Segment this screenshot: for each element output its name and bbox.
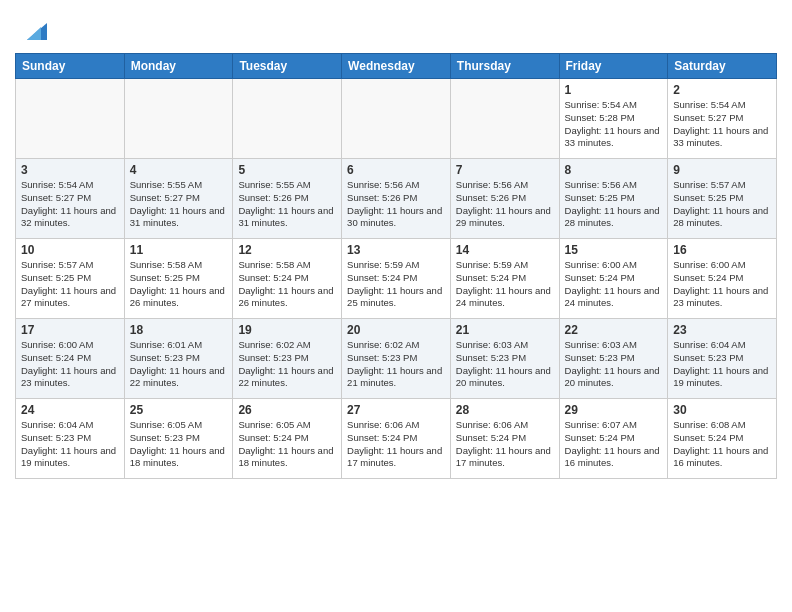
day-info: Sunrise: 6:01 AM Sunset: 5:23 PM Dayligh…	[130, 339, 228, 390]
day-number: 1	[565, 83, 663, 97]
day-number: 23	[673, 323, 771, 337]
header	[15, 10, 777, 45]
day-info: Sunrise: 6:04 AM Sunset: 5:23 PM Dayligh…	[673, 339, 771, 390]
day-info: Sunrise: 5:55 AM Sunset: 5:26 PM Dayligh…	[238, 179, 336, 230]
day-number: 4	[130, 163, 228, 177]
day-info: Sunrise: 5:59 AM Sunset: 5:24 PM Dayligh…	[347, 259, 445, 310]
calendar-cell	[16, 79, 125, 159]
day-number: 7	[456, 163, 554, 177]
day-info: Sunrise: 6:05 AM Sunset: 5:24 PM Dayligh…	[238, 419, 336, 470]
day-number: 11	[130, 243, 228, 257]
logo	[15, 15, 49, 45]
calendar-cell: 29Sunrise: 6:07 AM Sunset: 5:24 PM Dayli…	[559, 399, 668, 479]
day-number: 29	[565, 403, 663, 417]
day-number: 30	[673, 403, 771, 417]
calendar-cell: 3Sunrise: 5:54 AM Sunset: 5:27 PM Daylig…	[16, 159, 125, 239]
weekday-header-row: SundayMondayTuesdayWednesdayThursdayFrid…	[16, 54, 777, 79]
day-info: Sunrise: 6:02 AM Sunset: 5:23 PM Dayligh…	[347, 339, 445, 390]
calendar-cell: 8Sunrise: 5:56 AM Sunset: 5:25 PM Daylig…	[559, 159, 668, 239]
day-number: 6	[347, 163, 445, 177]
calendar-cell: 4Sunrise: 5:55 AM Sunset: 5:27 PM Daylig…	[124, 159, 233, 239]
weekday-header-friday: Friday	[559, 54, 668, 79]
week-row-3: 10Sunrise: 5:57 AM Sunset: 5:25 PM Dayli…	[16, 239, 777, 319]
page: SundayMondayTuesdayWednesdayThursdayFrid…	[0, 0, 792, 494]
day-number: 21	[456, 323, 554, 337]
day-info: Sunrise: 6:00 AM Sunset: 5:24 PM Dayligh…	[21, 339, 119, 390]
day-number: 9	[673, 163, 771, 177]
day-number: 28	[456, 403, 554, 417]
day-number: 10	[21, 243, 119, 257]
day-info: Sunrise: 5:55 AM Sunset: 5:27 PM Dayligh…	[130, 179, 228, 230]
day-number: 8	[565, 163, 663, 177]
calendar-cell: 9Sunrise: 5:57 AM Sunset: 5:25 PM Daylig…	[668, 159, 777, 239]
calendar-cell: 11Sunrise: 5:58 AM Sunset: 5:25 PM Dayli…	[124, 239, 233, 319]
calendar-cell: 26Sunrise: 6:05 AM Sunset: 5:24 PM Dayli…	[233, 399, 342, 479]
day-number: 24	[21, 403, 119, 417]
day-info: Sunrise: 5:59 AM Sunset: 5:24 PM Dayligh…	[456, 259, 554, 310]
week-row-2: 3Sunrise: 5:54 AM Sunset: 5:27 PM Daylig…	[16, 159, 777, 239]
calendar-cell: 14Sunrise: 5:59 AM Sunset: 5:24 PM Dayli…	[450, 239, 559, 319]
day-info: Sunrise: 5:56 AM Sunset: 5:26 PM Dayligh…	[347, 179, 445, 230]
calendar-cell	[124, 79, 233, 159]
day-info: Sunrise: 5:58 AM Sunset: 5:24 PM Dayligh…	[238, 259, 336, 310]
calendar-cell: 1Sunrise: 5:54 AM Sunset: 5:28 PM Daylig…	[559, 79, 668, 159]
calendar-cell: 10Sunrise: 5:57 AM Sunset: 5:25 PM Dayli…	[16, 239, 125, 319]
day-info: Sunrise: 6:03 AM Sunset: 5:23 PM Dayligh…	[456, 339, 554, 390]
calendar-cell: 30Sunrise: 6:08 AM Sunset: 5:24 PM Dayli…	[668, 399, 777, 479]
calendar-cell: 15Sunrise: 6:00 AM Sunset: 5:24 PM Dayli…	[559, 239, 668, 319]
day-number: 25	[130, 403, 228, 417]
calendar-cell: 16Sunrise: 6:00 AM Sunset: 5:24 PM Dayli…	[668, 239, 777, 319]
calendar-cell: 22Sunrise: 6:03 AM Sunset: 5:23 PM Dayli…	[559, 319, 668, 399]
calendar-cell: 20Sunrise: 6:02 AM Sunset: 5:23 PM Dayli…	[342, 319, 451, 399]
calendar-cell: 6Sunrise: 5:56 AM Sunset: 5:26 PM Daylig…	[342, 159, 451, 239]
day-info: Sunrise: 6:07 AM Sunset: 5:24 PM Dayligh…	[565, 419, 663, 470]
day-info: Sunrise: 6:00 AM Sunset: 5:24 PM Dayligh…	[673, 259, 771, 310]
day-number: 27	[347, 403, 445, 417]
day-number: 2	[673, 83, 771, 97]
day-info: Sunrise: 5:57 AM Sunset: 5:25 PM Dayligh…	[673, 179, 771, 230]
calendar-cell: 24Sunrise: 6:04 AM Sunset: 5:23 PM Dayli…	[16, 399, 125, 479]
day-number: 19	[238, 323, 336, 337]
week-row-5: 24Sunrise: 6:04 AM Sunset: 5:23 PM Dayli…	[16, 399, 777, 479]
day-info: Sunrise: 6:04 AM Sunset: 5:23 PM Dayligh…	[21, 419, 119, 470]
weekday-header-saturday: Saturday	[668, 54, 777, 79]
week-row-1: 1Sunrise: 5:54 AM Sunset: 5:28 PM Daylig…	[16, 79, 777, 159]
calendar-cell: 12Sunrise: 5:58 AM Sunset: 5:24 PM Dayli…	[233, 239, 342, 319]
week-row-4: 17Sunrise: 6:00 AM Sunset: 5:24 PM Dayli…	[16, 319, 777, 399]
day-number: 16	[673, 243, 771, 257]
calendar-cell: 19Sunrise: 6:02 AM Sunset: 5:23 PM Dayli…	[233, 319, 342, 399]
calendar-cell: 25Sunrise: 6:05 AM Sunset: 5:23 PM Dayli…	[124, 399, 233, 479]
calendar-cell	[233, 79, 342, 159]
day-number: 20	[347, 323, 445, 337]
day-info: Sunrise: 6:02 AM Sunset: 5:23 PM Dayligh…	[238, 339, 336, 390]
weekday-header-sunday: Sunday	[16, 54, 125, 79]
day-info: Sunrise: 6:06 AM Sunset: 5:24 PM Dayligh…	[347, 419, 445, 470]
day-info: Sunrise: 6:05 AM Sunset: 5:23 PM Dayligh…	[130, 419, 228, 470]
day-info: Sunrise: 5:56 AM Sunset: 5:25 PM Dayligh…	[565, 179, 663, 230]
day-number: 3	[21, 163, 119, 177]
weekday-header-tuesday: Tuesday	[233, 54, 342, 79]
day-info: Sunrise: 6:06 AM Sunset: 5:24 PM Dayligh…	[456, 419, 554, 470]
calendar-cell: 7Sunrise: 5:56 AM Sunset: 5:26 PM Daylig…	[450, 159, 559, 239]
calendar: SundayMondayTuesdayWednesdayThursdayFrid…	[15, 53, 777, 479]
calendar-cell: 23Sunrise: 6:04 AM Sunset: 5:23 PM Dayli…	[668, 319, 777, 399]
day-number: 22	[565, 323, 663, 337]
day-info: Sunrise: 6:03 AM Sunset: 5:23 PM Dayligh…	[565, 339, 663, 390]
day-info: Sunrise: 5:57 AM Sunset: 5:25 PM Dayligh…	[21, 259, 119, 310]
weekday-header-thursday: Thursday	[450, 54, 559, 79]
day-info: Sunrise: 5:54 AM Sunset: 5:28 PM Dayligh…	[565, 99, 663, 150]
calendar-cell	[450, 79, 559, 159]
day-number: 18	[130, 323, 228, 337]
calendar-cell: 18Sunrise: 6:01 AM Sunset: 5:23 PM Dayli…	[124, 319, 233, 399]
day-number: 26	[238, 403, 336, 417]
day-number: 15	[565, 243, 663, 257]
weekday-header-monday: Monday	[124, 54, 233, 79]
day-number: 17	[21, 323, 119, 337]
day-info: Sunrise: 6:00 AM Sunset: 5:24 PM Dayligh…	[565, 259, 663, 310]
day-number: 5	[238, 163, 336, 177]
day-info: Sunrise: 5:54 AM Sunset: 5:27 PM Dayligh…	[21, 179, 119, 230]
calendar-cell: 28Sunrise: 6:06 AM Sunset: 5:24 PM Dayli…	[450, 399, 559, 479]
calendar-cell: 13Sunrise: 5:59 AM Sunset: 5:24 PM Dayli…	[342, 239, 451, 319]
calendar-cell: 17Sunrise: 6:00 AM Sunset: 5:24 PM Dayli…	[16, 319, 125, 399]
calendar-cell: 27Sunrise: 6:06 AM Sunset: 5:24 PM Dayli…	[342, 399, 451, 479]
